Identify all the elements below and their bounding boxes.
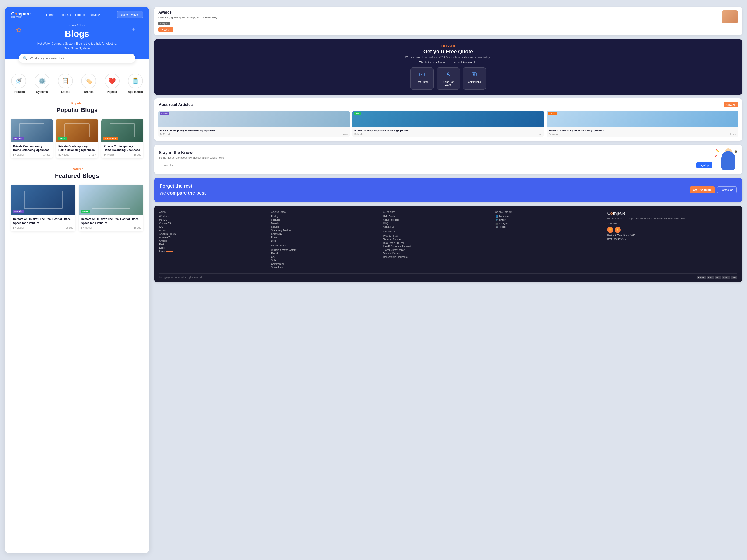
search-box: 🔍 <box>19 54 135 63</box>
footer-link[interactable]: Gas <box>271 256 380 258</box>
system-finder-button[interactable]: System Finder <box>117 11 143 18</box>
footer-link[interactable]: Features <box>271 219 380 221</box>
featured-blog-1-badge: Brands <box>12 210 24 213</box>
popular-blog-1-time: 1h ago <box>43 154 50 156</box>
popular-blog-3[interactable]: Appliances Private Contemporary Home Bal… <box>101 119 143 158</box>
footer-link[interactable]: Risk-Free VPN Trial <box>383 242 492 244</box>
quote-option-continuous[interactable]: Continuous <box>463 68 486 89</box>
promo-line1: Forget the rest <box>160 183 206 189</box>
featured-blog-1[interactable]: Brands Remote or On-site? The Real Cost … <box>11 185 75 231</box>
nav-home[interactable]: Home <box>46 13 54 17</box>
footer-link[interactable]: ChromeOS <box>159 222 267 225</box>
popular-blog-1[interactable]: Brands Private Contemporary Home Balanci… <box>11 119 53 158</box>
footer-link[interactable]: Firefox <box>159 243 267 246</box>
popular-blog-3-info: Private Contemporary Home Balancing Open… <box>101 142 143 158</box>
footer-link[interactable]: Setup Tutorials <box>383 219 492 221</box>
footer-reddit[interactable]: 🤖 Reddit <box>495 225 604 228</box>
featured-section: Featured Featured Blogs Brands Remote or… <box>5 165 149 238</box>
promo-line2-suffix: compare the best <box>167 190 206 195</box>
footer-link[interactable]: Amazon Fire OS <box>159 233 267 235</box>
quote-option-heat-pump[interactable]: Heat Pump <box>410 68 434 89</box>
footer-link[interactable]: Spare Parts <box>271 266 380 269</box>
footer-link[interactable]: What is a Water System? <box>271 249 380 251</box>
article-2-title: Private Contemporary Home Balancing Open… <box>354 129 542 132</box>
footer-link[interactable]: Contact us <box>383 225 492 228</box>
featured-blog-2-info: Remote or On-site? The Real Cost of Offi… <box>79 215 143 231</box>
systems-label: Systems <box>36 90 48 94</box>
footer-link[interactable]: Transparency Report <box>383 249 492 251</box>
footer-link[interactable]: Warrant Canary <box>383 252 492 255</box>
site-header: Compare Hot Water Home About Us Product … <box>5 7 149 59</box>
category-latest[interactable]: 📋 Latest <box>58 74 73 94</box>
popular-blog-2[interactable]: News Private Contemporary Home Balancing… <box>56 119 98 158</box>
email-input[interactable] <box>159 162 694 168</box>
footer-link[interactable]: FAQ <box>383 222 492 225</box>
footer-link[interactable]: Law Enforcement Request <box>383 245 492 248</box>
footer-link[interactable]: Edge <box>159 247 267 249</box>
footer-twitter[interactable]: 🐦 Twitter <box>495 219 604 221</box>
footer-link[interactable]: Privacy Policy <box>383 235 492 237</box>
footer-link[interactable]: iOS <box>159 225 267 228</box>
stay-card: Stay in the Know Be the first to hear ab… <box>154 145 742 174</box>
footer-facebook[interactable]: 📘 Facebook <box>495 215 604 218</box>
popular-section: Popular Popular Blogs Brands Private Con… <box>5 98 149 165</box>
footer-link[interactable]: Terms of Service <box>383 238 492 241</box>
most-read-view-all-button[interactable]: View All <box>724 102 738 107</box>
promo-buttons: Get Free Quote Contact Us <box>690 186 737 193</box>
linux-bar <box>166 251 173 252</box>
category-brands[interactable]: 🏷️ Brands <box>81 74 96 94</box>
nav-product[interactable]: Product <box>75 13 86 17</box>
footer-link[interactable]: Benefits <box>271 222 380 225</box>
footer-link[interactable]: macOS <box>159 219 267 221</box>
visa-icon: VISA <box>707 276 714 279</box>
footer-link[interactable]: Linux <box>159 250 165 253</box>
awards-card: Awards Combining green, quiet passage, a… <box>154 7 742 35</box>
awards-view-all-button[interactable]: View all <box>158 27 173 32</box>
logo: Compare Hot Water <box>11 11 31 18</box>
footer-awards-title: AWARDS <box>607 222 635 225</box>
footer-link[interactable]: Electric <box>271 252 380 255</box>
footer-link[interactable]: Chrome <box>159 240 267 242</box>
footer-link[interactable]: Press <box>271 236 380 239</box>
footer-link[interactable]: Blog <box>271 240 380 242</box>
featured-blog-2[interactable]: News Remote or On-site? The Real Cost of… <box>79 185 143 231</box>
footer-link[interactable]: Servers <box>271 225 380 228</box>
category-products[interactable]: 🚿 Products <box>11 74 26 94</box>
article-1[interactable]: Brands Private Contemporary Home Balanci… <box>158 111 350 137</box>
category-appliances[interactable]: 🫙 Appliances <box>128 74 143 94</box>
footer-link[interactable]: Solar <box>271 259 380 262</box>
article-2[interactable]: New Private Contemporary Home Balancing … <box>353 111 544 137</box>
article-3[interactable]: Latest Private Contemporary Home Balanci… <box>547 111 738 137</box>
nav-reviews[interactable]: Reviews <box>90 13 101 17</box>
footer-instagram[interactable]: 📷 Instagram <box>495 222 604 225</box>
featured-blog-1-title: Remote or On-site? The Real Cost of Offi… <box>13 217 73 225</box>
footer-award-2[interactable]: Best Product 2023 <box>607 238 635 240</box>
footer-link[interactable]: Pricing <box>271 215 380 218</box>
footer-link[interactable]: Responsible Disclosure <box>383 256 492 258</box>
most-read-card: Most-read Articles View All Brands Priva… <box>154 99 742 141</box>
category-popular[interactable]: ❤️ Popular <box>105 74 120 94</box>
footer-link[interactable]: Windows <box>159 215 267 218</box>
footer-col-social: SOCIAL MEDIA 📘 Facebook 🐦 Twitter 📷 Inst… <box>495 211 604 270</box>
footer-link[interactable]: Streaming Services <box>271 229 380 232</box>
footer-link[interactable]: Amazon TV <box>159 236 267 239</box>
search-input[interactable] <box>30 56 131 60</box>
most-read-header: Most-read Articles View All <box>158 102 738 107</box>
nav-about[interactable]: About Us <box>59 13 71 17</box>
continuous-label: Continuous <box>466 80 483 83</box>
signup-button[interactable]: Sign Up <box>696 162 712 168</box>
get-free-quote-button[interactable]: Get Free Quote <box>690 186 715 193</box>
footer-link[interactable]: Commercial <box>271 263 380 265</box>
popular-blog-2-image: News <box>56 119 98 142</box>
quote-options: Heat Pump Solar Hot Water <box>159 68 737 89</box>
article-grid: Brands Private Contemporary Home Balanci… <box>158 111 738 137</box>
article-3-time: 1h ago <box>730 133 736 135</box>
footer-award-1[interactable]: Best hot Water Brand 2023 <box>607 234 635 237</box>
quote-option-solar[interactable]: Solar Hot Water <box>437 68 460 89</box>
most-read-title: Most-read Articles <box>158 102 193 107</box>
footer-link[interactable]: Help Center <box>383 215 492 218</box>
contact-us-button[interactable]: Contact Us <box>717 186 737 193</box>
footer-link[interactable]: SmartDNS <box>271 233 380 235</box>
footer-link[interactable]: Android <box>159 229 267 232</box>
category-systems[interactable]: ⚙️ Systems <box>34 74 50 94</box>
